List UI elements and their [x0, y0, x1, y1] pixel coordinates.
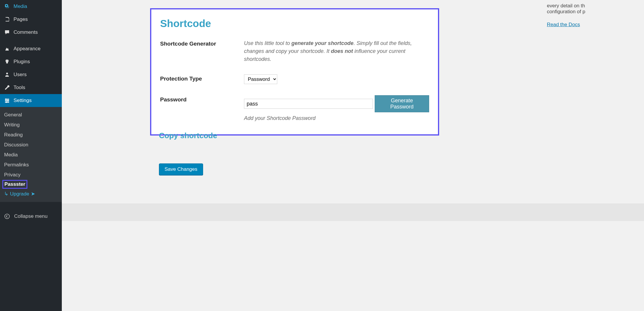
sidebar-item-settings[interactable]: Settings — [0, 94, 62, 107]
password-row: Password Generate Password Add your Shor… — [160, 95, 429, 121]
sidebar-item-label: Comments — [14, 29, 38, 35]
save-changes-button[interactable]: Save Changes — [159, 163, 203, 175]
submenu-passster-wrap[interactable]: Passster — [0, 180, 62, 189]
submenu-general[interactable]: General — [0, 110, 62, 120]
sidebar-item-label: Media — [14, 4, 27, 9]
generate-password-button[interactable]: Generate Password — [375, 95, 429, 112]
password-input[interactable] — [244, 99, 373, 109]
submenu-permalinks[interactable]: Permalinks — [0, 160, 62, 170]
svg-point-6 — [5, 214, 9, 219]
read-docs-link[interactable]: Read the Docs — [547, 22, 580, 27]
submenu-writing[interactable]: Writing — [0, 120, 62, 130]
generator-label: Shortcode Generator — [160, 39, 244, 63]
admin-sidebar: Media Pages Comments Appearance Plugins … — [0, 0, 62, 311]
password-hint: Add your Shortcode Password — [244, 115, 429, 121]
sidebar-item-appearance[interactable]: Appearance — [0, 42, 62, 55]
protection-type-select[interactable]: Password — [244, 74, 277, 84]
settings-submenu: General Writing Reading Discussion Media… — [0, 107, 62, 202]
settings-icon — [4, 97, 11, 104]
submenu-reading[interactable]: Reading — [0, 130, 62, 140]
submenu-passster[interactable]: Passster — [2, 180, 27, 189]
svg-rect-4 — [8, 100, 8, 101]
collapse-menu[interactable]: Collapse menu — [0, 210, 62, 223]
sidebar-item-label: Users — [14, 72, 26, 78]
main-content: every detail on th configuration of p Re… — [62, 0, 644, 285]
sidebar-item-label: Pages — [14, 16, 28, 22]
shortcode-panel: Shortcode Shortcode Generator Use this l… — [150, 8, 439, 136]
submenu-upgrade[interactable]: ↳ Upgrade ➤ — [0, 189, 62, 199]
appearance-icon — [4, 45, 11, 52]
collapse-label: Collapse menu — [14, 213, 47, 219]
media-icon — [4, 3, 11, 10]
protection-row: Protection Type Password — [160, 74, 429, 84]
submenu-media[interactable]: Media — [0, 150, 62, 160]
upgrade-arrow-icon: ↳ — [4, 191, 8, 197]
pages-icon — [4, 16, 11, 23]
plugins-icon — [4, 58, 11, 65]
generator-row: Shortcode Generator Use this little tool… — [160, 39, 429, 63]
side-info-line1: every detail on th — [547, 3, 585, 9]
sidebar-item-media[interactable]: Media — [0, 0, 62, 13]
copy-shortcode-title: Copy shortcode — [159, 131, 217, 140]
footer-strip — [62, 203, 644, 221]
svg-rect-3 — [6, 98, 6, 100]
sidebar-item-label: Tools — [14, 85, 25, 91]
sidebar-item-tools[interactable]: Tools — [0, 81, 62, 94]
sidebar-item-plugins[interactable]: Plugins — [0, 55, 62, 68]
side-info-box: every detail on th configuration of p Re… — [541, 0, 644, 31]
svg-rect-1 — [5, 100, 9, 101]
users-icon — [4, 71, 11, 78]
sidebar-item-label: Appearance — [14, 46, 41, 52]
protection-label: Protection Type — [160, 74, 244, 84]
panel-title: Shortcode — [160, 18, 429, 29]
tools-icon — [4, 84, 11, 91]
side-info-line2: configuration of p — [547, 9, 585, 14]
upgrade-plane-icon: ➤ — [31, 191, 35, 197]
submenu-discussion[interactable]: Discussion — [0, 140, 62, 150]
password-label: Password — [160, 95, 244, 121]
svg-rect-5 — [6, 101, 7, 103]
svg-rect-2 — [5, 102, 9, 103]
sidebar-item-label: Settings — [14, 98, 31, 103]
submenu-privacy[interactable]: Privacy — [0, 170, 62, 180]
sidebar-item-comments[interactable]: Comments — [0, 26, 62, 39]
collapse-icon — [4, 213, 11, 220]
sidebar-item-label: Plugins — [14, 59, 30, 65]
comments-icon — [4, 29, 11, 36]
upgrade-label: Upgrade — [10, 191, 29, 197]
sidebar-item-pages[interactable]: Pages — [0, 13, 62, 26]
sidebar-item-users[interactable]: Users — [0, 68, 62, 81]
generator-description: Use this little tool to generate your sh… — [244, 39, 429, 63]
